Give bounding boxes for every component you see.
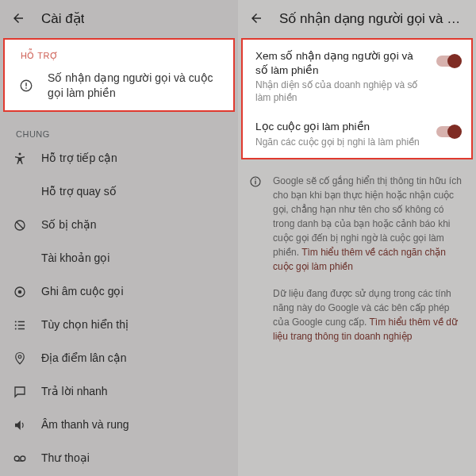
list-icon xyxy=(11,318,29,332)
toggle1-switch[interactable] xyxy=(436,56,460,67)
toggle2-sub: Ngăn các cuộc gọi bị nghi là làm phiền xyxy=(255,136,428,148)
accessibility-label: Hỗ trợ tiếp cận xyxy=(41,151,117,166)
blocked-label: Số bị chặn xyxy=(41,217,96,232)
quickreply-row[interactable]: Trả lời nhanh xyxy=(0,375,238,409)
back-arrow-icon[interactable] xyxy=(11,11,25,25)
info1-text: Google sẽ cố gắng hiển thị thông tin hữu… xyxy=(273,175,462,258)
svg-rect-2 xyxy=(25,87,27,89)
svg-point-8 xyxy=(15,321,17,322)
svg-rect-20 xyxy=(255,178,255,179)
record-icon xyxy=(11,285,29,299)
display-row[interactable]: Tùy chọn hiển thị xyxy=(0,309,238,342)
svg-rect-13 xyxy=(18,328,25,330)
record-label: Ghi âm cuộc gọi xyxy=(41,284,124,299)
toggle2-switch[interactable] xyxy=(436,126,460,137)
back-arrow-icon[interactable] xyxy=(249,11,263,25)
accounts-label: Tài khoản gọi xyxy=(41,251,109,266)
filter-spam-toggle-row[interactable]: Lọc cuộc gọi làm phiền Ngăn các cuộc gọi… xyxy=(244,112,470,156)
voicemail-icon xyxy=(11,451,29,466)
toggle2-title: Lọc cuộc gọi làm phiền xyxy=(255,120,428,134)
caller-id-spam-row[interactable]: Số nhận dạng người gọi và cuộc gọi làm p… xyxy=(10,64,228,107)
block-icon xyxy=(11,218,29,232)
dialpad-label: Hỗ trợ quay số xyxy=(41,184,117,199)
voicemail-row[interactable]: Thư thoại xyxy=(0,442,238,475)
toggle1-title: Xem số nhận dạng người gọi và số làm phi… xyxy=(255,49,428,77)
blocked-row[interactable]: Số bị chặn xyxy=(0,209,238,242)
info-block-2: Dữ liệu đang được sử dụng trong các tính… xyxy=(238,280,476,350)
accessibility-icon xyxy=(11,152,29,166)
detail-header: Số nhận dạng người gọi và cuộ... xyxy=(238,0,476,36)
svg-rect-11 xyxy=(18,324,25,326)
svg-point-14 xyxy=(18,355,21,359)
see-caller-id-toggle-row[interactable]: Xem số nhận dạng người gọi và số làm phi… xyxy=(244,41,470,112)
toggles-highlight: Xem số nhận dạng người gọi và số làm phi… xyxy=(241,38,473,159)
quickreply-label: Trả lời nhanh xyxy=(41,384,108,399)
caller-id-spam-label: Số nhận dạng người gọi và cuộc gọi làm p… xyxy=(48,71,221,101)
chat-icon xyxy=(11,385,29,399)
svg-point-15 xyxy=(14,456,19,461)
sound-row[interactable]: Âm thanh và rung xyxy=(0,409,238,442)
volume-icon xyxy=(11,418,29,432)
svg-rect-9 xyxy=(18,321,25,323)
sound-label: Âm thanh và rung xyxy=(41,417,129,432)
alert-icon xyxy=(17,79,35,93)
display-label: Tùy chọn hiển thị xyxy=(41,317,129,332)
record-row[interactable]: Ghi âm cuộc gọi xyxy=(0,275,238,309)
svg-point-7 xyxy=(18,290,22,294)
svg-point-10 xyxy=(15,324,17,326)
page-title: Cài đặt xyxy=(41,10,84,27)
info-block-1: Google sẽ cố gắng hiển thị thông tin hữu… xyxy=(238,164,476,280)
support-label: HỖ TRỢ xyxy=(10,43,228,64)
svg-line-5 xyxy=(17,221,24,228)
svg-rect-1 xyxy=(25,83,27,86)
svg-point-12 xyxy=(15,328,17,329)
svg-point-16 xyxy=(21,456,25,461)
info-icon xyxy=(249,175,262,191)
svg-point-3 xyxy=(19,152,21,155)
toggle1-sub: Nhận diện số của doanh nghiệp và số làm … xyxy=(255,79,428,104)
voicemail-label: Thư thoại xyxy=(41,451,90,466)
dialpad-row[interactable]: Hỗ trợ quay số xyxy=(0,175,238,209)
detail-title: Số nhận dạng người gọi và cuộ... xyxy=(279,10,462,27)
nearby-label: Địa điểm lân cận xyxy=(41,351,127,366)
accounts-row[interactable]: Tài khoản gọi xyxy=(0,242,238,275)
svg-rect-19 xyxy=(255,181,255,185)
location-icon xyxy=(11,351,29,366)
support-section-highlight: HỖ TRỢ Số nhận dạng người gọi và cuộc gọ… xyxy=(3,38,235,112)
accessibility-row[interactable]: Hỗ trợ tiếp cận xyxy=(0,142,238,175)
general-label: CHUNG xyxy=(0,115,238,142)
nearby-row[interactable]: Địa điểm lân cận xyxy=(0,342,238,375)
settings-header: Cài đặt xyxy=(0,0,238,36)
